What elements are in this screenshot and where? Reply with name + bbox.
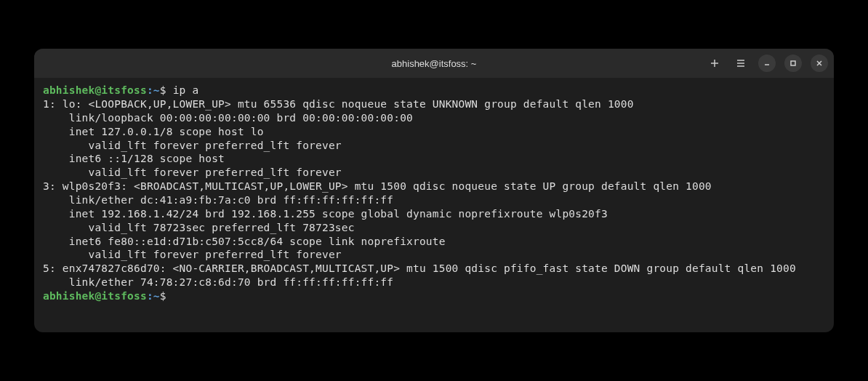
close-button[interactable] bbox=[811, 55, 828, 72]
prompt-dollar: $ bbox=[160, 84, 166, 96]
window-title: abhishek@itsfoss: ~ bbox=[392, 58, 477, 69]
output-line: valid_lft forever preferred_lft forever bbox=[43, 139, 825, 153]
titlebar-controls bbox=[706, 55, 828, 72]
output-line: link/ether 74:78:27:c8:6d:70 brd ff:ff:f… bbox=[43, 276, 825, 289]
output-line: valid_lft forever preferred_lft forever bbox=[43, 248, 825, 262]
prompt-user: abhishek@itsfoss bbox=[43, 84, 147, 96]
prompt-colon: : bbox=[147, 84, 153, 96]
minimize-button[interactable] bbox=[758, 55, 776, 72]
output-line: inet 127.0.0.1/8 scope host lo bbox=[43, 125, 825, 139]
terminal-body[interactable]: abhishek@itsfoss:~$ ip a1: lo: <LOOPBACK… bbox=[34, 78, 834, 332]
output-line: 5: enx747827c86d70: <NO-CARRIER,BROADCAS… bbox=[43, 262, 825, 276]
titlebar: abhishek@itsfoss: ~ bbox=[34, 49, 834, 78]
close-icon bbox=[816, 60, 823, 67]
output-line: valid_lft forever preferred_lft forever bbox=[43, 166, 825, 180]
minimize-icon bbox=[763, 60, 771, 67]
output-line: 3: wlp0s20f3: <BROADCAST,MULTICAST,UP,LO… bbox=[43, 180, 825, 193]
output-line: inet 192.168.1.42/24 brd 192.168.1.255 s… bbox=[43, 207, 825, 221]
maximize-button[interactable] bbox=[784, 55, 802, 72]
prompt-colon: : bbox=[147, 290, 153, 302]
output-line: link/ether dc:41:a9:fb:7a:c0 brd ff:ff:f… bbox=[43, 193, 825, 207]
prompt-line-2: abhishek@itsfoss:~$ bbox=[43, 289, 825, 303]
prompt-user: abhishek@itsfoss bbox=[43, 290, 147, 302]
svg-rect-0 bbox=[791, 61, 795, 65]
maximize-icon bbox=[789, 60, 797, 67]
prompt-line-1: abhishek@itsfoss:~$ ip a bbox=[43, 84, 825, 97]
menu-button[interactable] bbox=[732, 55, 750, 72]
plus-icon bbox=[710, 58, 720, 68]
prompt-dollar: $ bbox=[160, 290, 166, 302]
output-line: inet6 ::1/128 scope host bbox=[43, 152, 825, 166]
command-text: ip a bbox=[173, 84, 199, 96]
new-tab-button[interactable] bbox=[706, 55, 723, 72]
output-line: inet6 fe80::e1d:d71b:c507:5cc8/64 scope … bbox=[43, 235, 825, 249]
prompt-path: ~ bbox=[153, 290, 160, 302]
output-line: 1: lo: <LOOPBACK,UP,LOWER_UP> mtu 65536 … bbox=[43, 97, 825, 111]
output-line: valid_lft 78723sec preferred_lft 78723se… bbox=[43, 221, 825, 235]
prompt-path: ~ bbox=[153, 84, 160, 96]
output-line: link/loopback 00:00:00:00:00:00 brd 00:0… bbox=[43, 111, 825, 125]
terminal-window: abhishek@itsfoss: ~ abhishek@itsfoss:~$ … bbox=[34, 49, 834, 332]
hamburger-icon bbox=[736, 58, 746, 68]
